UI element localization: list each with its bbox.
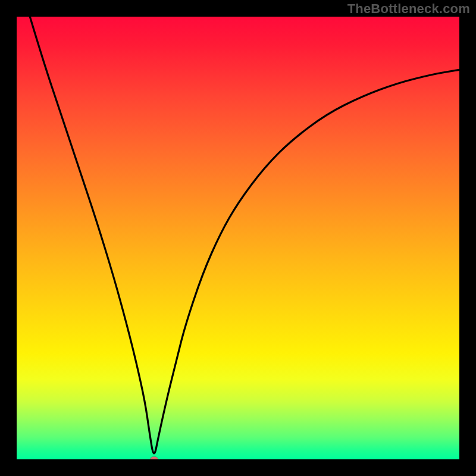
chart-frame: TheBottleneck.com <box>0 0 476 476</box>
plot-area <box>17 17 459 459</box>
curve-path <box>30 17 459 453</box>
watermark-text: TheBottleneck.com <box>347 1 470 17</box>
bottleneck-curve <box>17 17 459 459</box>
minimum-marker <box>150 457 158 460</box>
